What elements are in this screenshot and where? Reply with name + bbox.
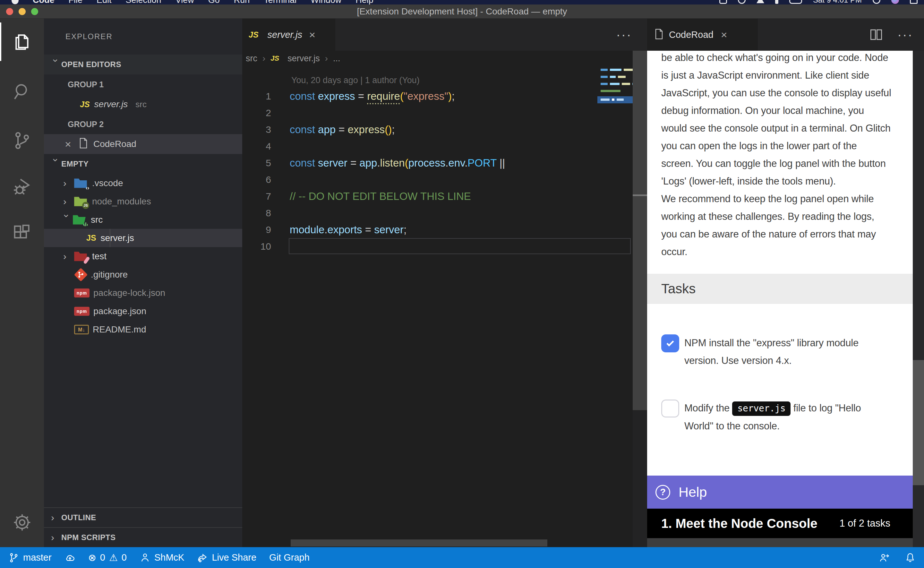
close-icon[interactable]: ×: [63, 138, 74, 151]
status-icon[interactable]: [719, 0, 727, 4]
control-center-icon[interactable]: [910, 0, 918, 4]
chevron-right-icon: ›: [63, 252, 74, 261]
live-share-button[interactable]: Live Share: [197, 552, 256, 563]
line-number: 9: [242, 224, 271, 235]
menu-item-view[interactable]: View: [175, 0, 194, 5]
tree-item-node-modules[interactable]: › JS node_modules: [44, 192, 242, 210]
menubar-clock[interactable]: Sat 9 4:01 PM: [813, 0, 862, 5]
tree-item-serverjs-selected[interactable]: JS server.js: [44, 229, 242, 247]
code-text: const express = require("express");: [290, 90, 455, 103]
tree-item-readme[interactable]: M↓ README.md: [44, 320, 242, 338]
webview-scrollbar-thumb[interactable]: [913, 360, 924, 485]
git-graph-button[interactable]: Git Graph: [269, 552, 310, 563]
sync-changes-button[interactable]: [65, 552, 75, 563]
notifications-button[interactable]: [905, 552, 916, 563]
settings-gear-button[interactable]: [0, 503, 44, 542]
code-line-9[interactable]: 9module.exports = server;: [242, 221, 633, 238]
minimap[interactable]: [601, 98, 626, 101]
chevron-right-icon: ›: [51, 533, 61, 542]
close-tab-icon[interactable]: ×: [307, 29, 318, 41]
editor-more-actions-button[interactable]: ···: [611, 19, 637, 51]
panel-more-actions-button[interactable]: ···: [897, 27, 913, 42]
open-editor-coderoad[interactable]: × CodeRoad: [44, 134, 242, 154]
code-line-7[interactable]: 7// -- DO NOT EDIT BELOW THIS LINE: [242, 188, 633, 205]
warning-count: 0: [122, 552, 127, 563]
tab-coderoad[interactable]: CodeRoad ×: [647, 19, 758, 51]
gitlens-blame-annotation[interactable]: You, 20 days ago | 1 author (You): [291, 73, 420, 88]
editor-scrollbar-track[interactable]: [633, 51, 647, 410]
folder-section-header[interactable]: › EMPTY: [44, 154, 242, 174]
breadcrumb-folder[interactable]: src: [246, 54, 257, 63]
menu-item-code[interactable]: Code: [33, 0, 54, 5]
editor-group2-header[interactable]: GROUP 2: [44, 114, 242, 134]
code-line-8[interactable]: 8: [242, 205, 633, 221]
menu-item-selection[interactable]: Selection: [126, 0, 161, 5]
user-name: ShMcK: [154, 552, 184, 563]
status-icon[interactable]: [775, 0, 778, 4]
explorer-activity-button[interactable]: [0, 23, 44, 61]
menu-item-edit[interactable]: Edit: [96, 0, 112, 5]
tree-item-package-lock[interactable]: npm package-lock.json: [44, 284, 242, 302]
cloud-upload-icon: [65, 552, 75, 563]
open-editors-section-header[interactable]: › OPEN EDITORS: [44, 54, 242, 74]
status-icon[interactable]: [738, 0, 746, 4]
live-share-contacts-button[interactable]: [879, 552, 890, 563]
tree-item-test[interactable]: › test: [44, 247, 242, 265]
minimize-window-button[interactable]: [19, 8, 26, 15]
line-number: 1: [242, 91, 271, 102]
task1-checkbox-checked[interactable]: [661, 334, 679, 352]
apple-logo-icon[interactable]: [12, 0, 19, 4]
source-control-activity-button[interactable]: [0, 121, 44, 160]
npm-scripts-section-header[interactable]: › NPM SCRIPTS: [44, 527, 242, 547]
problems-status[interactable]: ⊗ 0 ⚠ 0: [88, 552, 127, 563]
breadcrumb-symbol[interactable]: ...: [333, 54, 341, 63]
menu-item-run[interactable]: Run: [234, 0, 250, 5]
open-editor-serverjs[interactable]: JS server.js src: [44, 94, 242, 114]
minimap[interactable]: [601, 90, 623, 92]
tree-item-package-json[interactable]: npm package.json: [44, 302, 242, 320]
line-number: 6: [242, 174, 271, 185]
code-line-1[interactable]: 1const express = require("express");: [242, 88, 633, 104]
code-line-6[interactable]: 6: [242, 171, 633, 188]
menu-item-help[interactable]: Help: [356, 0, 374, 5]
tree-item-src[interactable]: › ‹/› src: [44, 210, 242, 229]
macos-menubar: Code File Edit Selection View Go Run Ter…: [0, 0, 924, 5]
live-share-user-status[interactable]: ShMcK: [140, 552, 184, 563]
horizontal-scrollbar-thumb[interactable]: [291, 539, 547, 547]
task2-checkbox-unchecked[interactable]: [661, 400, 679, 417]
tree-item-label: src: [91, 215, 102, 225]
split-editor-icon[interactable]: [869, 28, 883, 41]
close-tab-icon[interactable]: ×: [719, 29, 730, 41]
editor-group1-header[interactable]: GROUP 1: [44, 74, 242, 94]
git-branch-status[interactable]: master: [8, 552, 52, 563]
menu-item-go[interactable]: Go: [208, 0, 220, 5]
lesson-footer[interactable]: 1. Meet the Node Console 1 of 2 tasks: [647, 509, 913, 538]
code-line-2[interactable]: 2: [242, 104, 633, 121]
close-window-button[interactable]: [6, 8, 13, 15]
task-progress-badge: 1 of 2 tasks: [839, 518, 890, 529]
breadcrumb-file[interactable]: server.js: [288, 54, 320, 63]
battery-icon[interactable]: [789, 0, 802, 4]
siri-icon[interactable]: [891, 0, 899, 4]
code-line-4[interactable]: 4: [242, 138, 633, 155]
search-activity-button[interactable]: [0, 72, 44, 111]
minimap[interactable]: [601, 76, 628, 78]
status-icon[interactable]: [757, 0, 764, 3]
help-section-header[interactable]: ? Help: [647, 476, 913, 509]
extensions-activity-button[interactable]: [0, 215, 44, 253]
outline-section-header[interactable]: › OUTLINE: [44, 508, 242, 527]
menu-item-window[interactable]: Window: [311, 0, 341, 5]
lesson-title: 1. Meet the Node Console: [661, 516, 817, 531]
menu-item-file[interactable]: File: [69, 0, 83, 5]
menu-item-terminal[interactable]: Terminal: [264, 0, 297, 5]
breadcrumb-separator-icon: ›: [325, 53, 328, 63]
run-debug-activity-button[interactable]: [0, 168, 44, 206]
tab-serverjs[interactable]: JS server.js ×: [242, 19, 335, 51]
tree-item-vscode[interactable]: › ‹› .vscode: [44, 174, 242, 192]
spotlight-icon[interactable]: [873, 0, 880, 4]
code-line-5[interactable]: 5const server = app.listen(process.env.P…: [242, 155, 633, 171]
code-line-3[interactable]: 3const app = express();: [242, 121, 633, 138]
code-editor[interactable]: 1const express = require("express");23co…: [242, 88, 633, 255]
tree-item-gitignore[interactable]: .gitignore: [44, 265, 242, 284]
zoom-window-button[interactable]: [31, 8, 38, 15]
